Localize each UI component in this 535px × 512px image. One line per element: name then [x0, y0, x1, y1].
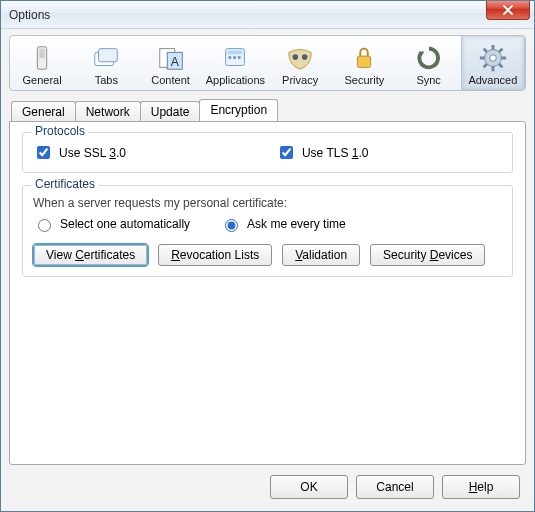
- category-label: Applications: [206, 74, 265, 86]
- category-content[interactable]: A Content: [138, 36, 202, 90]
- svg-rect-14: [358, 56, 371, 67]
- tab-encryption[interactable]: Encryption: [199, 99, 278, 121]
- tab-network[interactable]: Network: [75, 101, 141, 122]
- group-certificates: Certificates When a server requests my p…: [22, 185, 513, 277]
- tab-update[interactable]: Update: [140, 101, 201, 122]
- category-general[interactable]: General: [10, 36, 74, 90]
- radio-ask-every-time[interactable]: Ask me every time: [220, 216, 346, 232]
- checkbox-ssl3[interactable]: Use SSL 3.0: [33, 143, 126, 162]
- sync-icon: [414, 43, 444, 73]
- view-certificates-button[interactable]: View Certificates: [33, 244, 148, 266]
- category-privacy[interactable]: Privacy: [268, 36, 332, 90]
- dialog-footer: OK Cancel Help: [9, 465, 526, 503]
- svg-rect-10: [233, 56, 236, 59]
- category-label: Tabs: [77, 74, 135, 86]
- checkbox-ssl3-label: Use SSL 3.0: [59, 146, 126, 160]
- category-label: Sync: [400, 74, 458, 86]
- cancel-button[interactable]: Cancel: [356, 475, 434, 499]
- svg-line-24: [499, 49, 502, 52]
- category-tabs[interactable]: Tabs: [74, 36, 138, 90]
- radio-select-auto-input[interactable]: [38, 219, 51, 232]
- tabs-icon: [91, 43, 121, 73]
- group-legend: Certificates: [31, 177, 99, 191]
- group-protocols: Protocols Use SSL 3.0 Use TLS 1.0: [22, 132, 513, 173]
- svg-rect-8: [228, 51, 243, 55]
- category-label: Privacy: [271, 74, 329, 86]
- svg-line-23: [499, 64, 502, 67]
- checkbox-tls1[interactable]: Use TLS 1.0: [276, 143, 369, 162]
- security-devices-button[interactable]: Security Devices: [370, 244, 485, 266]
- tab-pane-encryption: Protocols Use SSL 3.0 Use TLS 1.0 Certif…: [9, 121, 526, 465]
- svg-line-25: [483, 64, 486, 67]
- radio-select-auto[interactable]: Select one automatically: [33, 216, 190, 232]
- cert-prompt-text: When a server requests my personal certi…: [33, 196, 502, 210]
- svg-point-12: [293, 54, 299, 60]
- ok-button[interactable]: OK: [270, 475, 348, 499]
- category-label: Content: [141, 74, 199, 86]
- svg-text:A: A: [170, 55, 179, 69]
- gear-icon: [478, 43, 508, 73]
- svg-rect-11: [238, 56, 241, 59]
- content-icon: A: [156, 43, 186, 73]
- category-label: General: [13, 74, 71, 86]
- titlebar: Options: [1, 1, 534, 29]
- client-area: General Tabs A Content Applications Priv…: [1, 29, 534, 511]
- svg-rect-1: [39, 49, 45, 58]
- category-sync[interactable]: Sync: [397, 36, 461, 90]
- subtab-strip: General Network Update Encryption: [9, 99, 526, 121]
- checkbox-tls1-input[interactable]: [280, 146, 293, 159]
- radio-ask-every-time-input[interactable]: [225, 219, 238, 232]
- category-label: Security: [335, 74, 393, 86]
- svg-point-17: [490, 55, 497, 62]
- category-advanced[interactable]: Advanced: [461, 36, 525, 90]
- checkbox-tls1-label: Use TLS 1.0: [302, 146, 369, 160]
- radio-select-auto-label: Select one automatically: [60, 217, 190, 231]
- category-applications[interactable]: Applications: [203, 36, 268, 90]
- svg-line-22: [483, 49, 486, 52]
- options-window: Options General Tabs A Content Applicati…: [0, 0, 535, 512]
- category-label: Advanced: [464, 74, 522, 86]
- category-security[interactable]: Security: [332, 36, 396, 90]
- close-icon: [503, 5, 513, 15]
- svg-rect-9: [229, 56, 232, 59]
- group-legend: Protocols: [31, 124, 89, 138]
- validation-button[interactable]: Validation: [282, 244, 360, 266]
- tab-general[interactable]: General: [11, 101, 76, 122]
- mask-icon: [285, 43, 315, 73]
- lock-icon: [349, 43, 379, 73]
- applications-icon: [220, 43, 250, 73]
- category-strip: General Tabs A Content Applications Priv…: [9, 35, 526, 91]
- checkbox-ssl3-input[interactable]: [37, 146, 50, 159]
- svg-point-13: [302, 54, 308, 60]
- radio-ask-every-time-label: Ask me every time: [247, 217, 346, 231]
- switch-icon: [27, 43, 57, 73]
- help-button[interactable]: Help: [442, 475, 520, 499]
- svg-rect-3: [99, 49, 118, 62]
- window-title: Options: [9, 8, 50, 22]
- revocation-lists-button[interactable]: Revocation Lists: [158, 244, 272, 266]
- close-button[interactable]: [486, 1, 530, 20]
